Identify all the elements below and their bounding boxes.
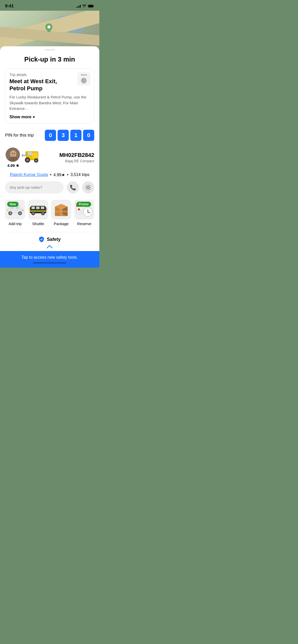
pin-section: PIN for this trip 0 3 1 0	[5, 130, 94, 141]
menu-circle-icon	[81, 78, 87, 83]
safety-chevron-area	[5, 244, 94, 251]
driver-section: 4.99 ★	[5, 147, 94, 168]
service-card-add-trip[interactable]: New Add trip	[5, 200, 25, 226]
badge-new: New	[7, 202, 19, 207]
trip-card: Trip details Meet at West Exit, Petrol P…	[5, 68, 94, 124]
status-bar: 9:41	[0, 0, 99, 11]
chevron-down-icon: ▾	[33, 115, 35, 119]
driver-right: MH02FB2842 Bajaj RE Compact	[59, 152, 94, 163]
svg-point-47	[42, 212, 44, 214]
svg-rect-42	[41, 207, 44, 209]
svg-point-8	[14, 153, 15, 154]
actions-row: 📞	[5, 181, 94, 194]
wifi-icon	[82, 5, 86, 8]
service-label-package: Package	[54, 222, 69, 226]
home-indicator	[33, 262, 66, 264]
badge-promo: Promo	[76, 202, 91, 207]
status-time: 9:41	[5, 4, 14, 9]
svg-point-35	[19, 212, 21, 214]
driver-info-row: Rajesh Kumar Gupta • 4.99★ • 3,514 trips	[5, 172, 94, 177]
svg-rect-30	[10, 206, 14, 209]
trip-description: For Lucky Restaurant & Petrol Pump, use …	[9, 94, 90, 112]
pin-label: PIN for this trip	[5, 133, 34, 138]
safety-shield-icon	[39, 236, 44, 242]
bottom-sheet: Pick-up in 3 min Trip details Meet at We…	[0, 46, 99, 251]
bottom-banner-text: Tap to access new safety tools.	[21, 255, 78, 259]
service-label-reserve: Reserve	[77, 222, 91, 226]
svg-rect-43	[30, 211, 46, 212]
trip-menu-button[interactable]	[77, 72, 90, 85]
svg-rect-31	[15, 206, 19, 209]
svg-point-65	[87, 212, 88, 213]
svg-rect-54	[60, 207, 62, 216]
svg-rect-12	[32, 152, 38, 158]
show-more-label: Show more	[9, 115, 31, 119]
pin-digits: 0 3 1 0	[45, 130, 94, 141]
svg-rect-1	[88, 5, 93, 7]
svg-point-16	[35, 159, 37, 162]
driver-rating-badge: 4.99 ★	[7, 163, 19, 168]
phone-button[interactable]: 📞	[67, 181, 79, 194]
svg-point-45	[32, 212, 34, 214]
svg-rect-41	[36, 207, 39, 209]
service-card-package[interactable]: Package	[51, 200, 71, 226]
pickup-notes-input[interactable]	[5, 181, 64, 194]
svg-point-19	[87, 186, 89, 188]
svg-rect-18	[22, 154, 23, 157]
services-row: New Add trip	[5, 200, 94, 226]
pin-digit-2: 3	[58, 130, 69, 141]
safety-label: Safety	[47, 237, 61, 242]
svg-point-2	[47, 25, 50, 28]
svg-line-24	[86, 185, 87, 186]
pin-digit-1: 0	[45, 130, 56, 141]
signal-icon	[76, 5, 81, 8]
service-image-reserve: Promo	[74, 200, 94, 220]
safety-section[interactable]: Safety	[5, 232, 94, 244]
svg-rect-36	[7, 210, 8, 211]
service-image-shuttle	[28, 200, 48, 220]
svg-rect-37	[22, 210, 24, 211]
pickup-title: Pick-up in 3 min	[5, 55, 94, 63]
service-card-shuttle[interactable]: Shuttle	[28, 200, 48, 226]
pin-digit-4: 0	[83, 130, 94, 141]
svg-line-26	[86, 189, 87, 189]
bottom-banner[interactable]: Tap to access new safety tools.	[0, 251, 99, 268]
package-icon	[53, 202, 70, 217]
driver-rating-text: 4.99★	[53, 172, 65, 177]
vehicle-number: MH02FB2842	[59, 152, 94, 158]
drag-handle[interactable]	[45, 49, 55, 50]
brightness-button[interactable]	[82, 181, 94, 194]
svg-point-7	[12, 153, 13, 154]
service-card-reserve[interactable]: Promo	[74, 200, 94, 226]
star-icon: ★	[16, 163, 19, 168]
avatar	[5, 147, 20, 162]
phone-icon: 📞	[70, 184, 76, 191]
driver-left: 4.99 ★	[5, 147, 42, 168]
chevron-up-icon	[47, 245, 53, 248]
svg-line-25	[89, 189, 90, 189]
map-pin	[45, 23, 52, 34]
separator-2: •	[67, 172, 69, 177]
separator-1: •	[50, 172, 51, 177]
svg-rect-40	[32, 207, 35, 209]
service-label-add-trip: Add trip	[8, 222, 22, 226]
service-label-shuttle: Shuttle	[32, 222, 44, 226]
svg-rect-11	[28, 152, 32, 155]
battery-icon	[88, 5, 94, 8]
service-image-package	[51, 200, 71, 220]
show-more-button[interactable]: Show more ▾	[9, 115, 35, 119]
svg-rect-48	[29, 208, 30, 210]
pin-digit-3: 1	[70, 130, 82, 141]
svg-rect-60	[78, 208, 80, 210]
sun-icon	[85, 185, 91, 190]
svg-point-33	[9, 212, 11, 214]
driver-name-link[interactable]: Rajesh Kumar Gupta	[10, 172, 48, 177]
status-icons	[76, 5, 94, 8]
svg-rect-49	[46, 208, 47, 210]
vehicle-model: Bajaj RE Compact	[59, 159, 94, 163]
menu-dots-icon	[81, 74, 87, 76]
svg-point-14	[26, 159, 29, 161]
vehicle-image	[21, 149, 42, 166]
shuttle-icon	[29, 203, 48, 216]
driver-trips: 3,514 trips	[71, 172, 90, 177]
